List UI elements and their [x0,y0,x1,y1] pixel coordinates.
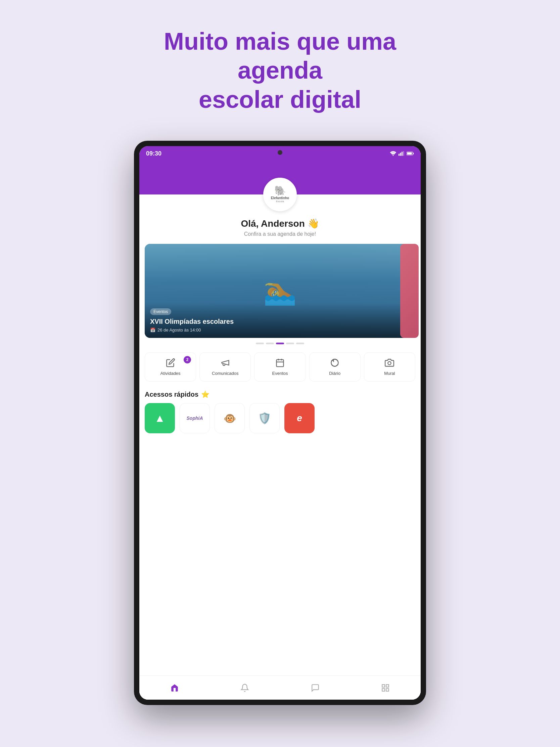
school-logo-emoji: 🐘 [274,186,286,196]
home-icon [170,684,179,692]
dot-4[interactable] [286,342,294,344]
tablet-camera [278,150,282,155]
diario-label: Diário [329,371,341,376]
school-logo-container: 🐘 Elefantinho Escola [263,178,297,211]
svg-point-0 [393,155,394,156]
mural-label: Mural [384,371,395,376]
pencil-icon [166,358,175,367]
signal-icon [399,151,404,156]
action-diario[interactable]: Diário [309,352,361,382]
page-headline: Muito mais que uma agenda escolar digita… [129,27,431,114]
svg-rect-7 [407,153,412,155]
banner-card[interactable]: 🏊 Eventos XVII Olimpíadas escolares 📅 26… [145,244,415,338]
banner-title: XVII Olimpíadas escolares [150,318,410,326]
app-content: Olá, Anderson 👋 Confira a sua agenda de … [139,195,421,700]
dot-3-active[interactable] [276,342,284,344]
svg-rect-17 [386,689,389,691]
arrow-up-icon: ▲ [155,412,165,424]
calendar-mini-icon: 📅 [150,328,156,333]
content-spacer [139,437,421,675]
atividades-badge: 2 [184,356,191,363]
status-time: 09:30 [146,150,161,157]
monkey-icon: 🐵 [223,412,236,424]
svg-rect-15 [386,685,389,687]
quick-link-sophia[interactable]: SophiA [180,403,210,433]
headline-line1: Muito mais que uma agenda [164,28,396,84]
battery-icon [406,152,414,156]
quick-links-title: Acessos rápidos ⭐ [145,390,415,398]
svg-rect-2 [400,153,401,156]
banner-section[interactable]: 🏊 Eventos XVII Olimpíadas escolares 📅 26… [139,244,421,338]
comunicados-label: Comunicados [212,371,239,376]
action-eventos[interactable]: Eventos [254,352,305,382]
svg-point-13 [388,362,391,365]
dot-5[interactable] [296,342,304,344]
message-icon [311,684,320,692]
svg-rect-16 [382,689,385,691]
quick-link-shield[interactable]: 🛡️ [249,403,280,433]
refresh-circle-icon [330,358,340,367]
atividades-label: Atividades [160,371,181,376]
megaphone-icon [220,358,230,367]
headline-line2: escolar digital [199,86,361,113]
school-logo-name: Elefantinho [271,196,289,200]
greeting-subtext: Confira a sua agenda de hoje! [139,231,421,237]
dot-2[interactable] [266,342,274,344]
quick-link-arara[interactable]: ▲ [145,403,175,433]
eventos-label: Eventos [272,371,288,376]
quick-link-nova-e[interactable]: e [284,403,315,433]
nav-notifications[interactable] [210,680,280,695]
nav-messages[interactable] [280,680,350,695]
quick-actions-row: 2 Atividades Comunicados [139,349,421,385]
action-mural[interactable]: Mural [364,352,415,382]
carousel-dots [139,342,421,344]
school-subtitle: Escola [276,200,284,203]
svg-rect-4 [403,151,404,156]
tablet-device: 09:30 [134,141,426,705]
bell-icon [240,684,249,692]
svg-rect-8 [277,360,284,367]
banner-date: 📅 26 de Agosto às 14:00 [150,328,410,333]
banner-peek-card [400,244,419,338]
svg-rect-1 [399,154,400,156]
app-header: 🐘 Elefantinho Escola [139,161,421,195]
banner-tag: Eventos [150,308,171,315]
camera-icon [385,358,394,367]
svg-rect-14 [382,685,385,687]
status-icons [390,151,414,156]
quick-link-monkey[interactable]: 🐵 [215,403,245,433]
nav-grid[interactable] [350,680,421,695]
action-comunicados[interactable]: Comunicados [199,352,251,382]
star-icon: ⭐ [201,390,210,398]
swimmer-visual: 🏊 [263,275,297,307]
page-wrapper: Muito mais que uma agenda escolar digita… [0,0,560,747]
grid-icon [381,684,390,692]
quick-links-section: Acessos rápidos ⭐ ▲ SophiA [139,385,421,437]
nova-e-logo: e [297,413,302,423]
calendar-icon [275,358,285,367]
banner-overlay: Eventos XVII Olimpíadas escolares 📅 26 d… [145,303,415,338]
tablet-screen: 09:30 [139,146,421,700]
sophia-logo: SophiA [187,415,203,421]
dot-1[interactable] [256,342,264,344]
wifi-icon [390,151,397,156]
svg-rect-6 [413,153,414,155]
nav-home[interactable] [139,680,210,695]
quick-links-row: ▲ SophiA 🐵 🛡️ [145,403,415,433]
svg-rect-3 [402,152,403,156]
bottom-nav [139,675,421,700]
greeting-text: Olá, Anderson 👋 [139,218,421,229]
action-atividades[interactable]: 2 Atividades [145,352,196,382]
school-logo: 🐘 Elefantinho Escola [263,178,297,211]
shield-icon: 🛡️ [258,412,271,424]
